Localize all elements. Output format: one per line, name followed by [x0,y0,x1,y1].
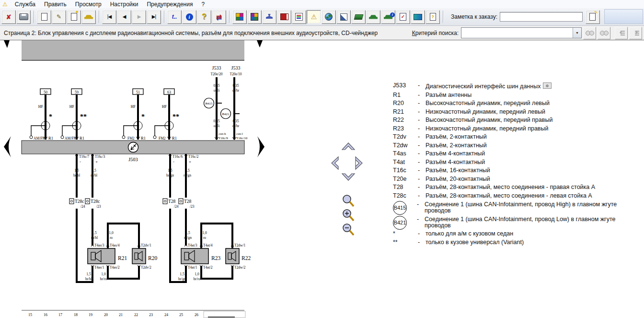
edit-note-button[interactable]: ✎ [586,10,600,24]
svg-text:1,5: 1,5 [185,168,190,173]
menu-service[interactable]: Служба [11,1,40,8]
legend-row: T28 - Разъём, 28-контактный, место соеди… [393,184,640,190]
toolbar-separator [99,11,100,23]
clipboard-check-icon: ✓ [400,13,406,21]
help-button[interactable]: ? [197,10,211,24]
legend-term: J533 [393,82,418,89]
find-next-button[interactable] [583,27,596,39]
svg-text:1,5: 1,5 [185,231,190,235]
legend-term: T2dw [393,142,418,149]
legend-row: R23 - Низкочастотный динамик, передний п… [393,126,640,132]
edit-document-button[interactable]: ✎ [52,10,66,24]
chevron-right-icon [356,157,362,169]
svg-text:T28: T28 [168,199,176,204]
pan-up-button[interactable] [340,140,356,153]
first-page-button[interactable]: |◀ [102,10,116,24]
graphics-button[interactable] [232,10,247,24]
window-grid-button[interactable] [247,10,262,24]
legend-dash: - [418,231,426,237]
component-bar [22,40,244,59]
region-select-button[interactable] [336,10,351,24]
menu-settings[interactable]: Настройки [106,1,143,8]
new-note-button[interactable]: ✷ [67,10,81,24]
svg-text:ro/gn: ro/gn [184,236,192,240]
menu-bar: ⚠ Служба Править Просмотр Настройки Пред… [0,0,644,8]
legend-dash: - [417,216,425,223]
svg-text:B421: B421 [222,112,230,116]
refresh-button[interactable]: ⇄ [212,10,226,24]
warnings-button[interactable]: ⚠ [307,10,321,24]
vehicle-button[interactable] [81,10,96,24]
info-button[interactable]: i [182,10,196,24]
legend-row: T2dv - Разъём, 2-контактный [393,134,640,140]
legend-desc: Соединение 1 (шина CAN-Infotainment, про… [425,216,632,229]
svg-text:*: * [49,113,52,120]
page-arrow-top-left [4,40,10,48]
next-page-icon: ▶ [138,14,141,19]
search-label: Критерий поиска: [412,30,459,36]
order-note-input[interactable] [500,12,583,22]
svg-text:T20e/20: T20e/20 [211,72,223,76]
car-icon [84,15,93,19]
toolbar: ✘ ✎ ✷ |◀ ◀ ▶ ▶| t.. i ? ⇄ ⚠ i ✓ ? Заметк… [0,8,644,26]
exit-button[interactable]: ✘ [1,10,16,24]
search-criteria-value[interactable] [461,28,573,38]
last-page-icon: ▶| [152,14,156,19]
zoom-reset-button[interactable] [341,194,356,210]
outline-right-button[interactable] [629,27,642,39]
wallet-button[interactable] [411,10,425,24]
legend-row: R20 - Высокочастотный динамик, передний … [393,100,640,106]
legend-dash: - [418,176,426,182]
checklist-button[interactable]: ✓ [396,10,410,24]
last-page-button[interactable]: ▶| [147,10,161,24]
legend-row: T20e - Разъём, 20-контактный [393,176,640,182]
previous-page-button[interactable]: ◀ [117,10,131,24]
doc-help-button[interactable]: ? [426,10,440,24]
dropdown-arrow-icon[interactable]: ▼ [573,28,581,38]
pan-left-button[interactable] [329,155,340,173]
search-criteria-combobox[interactable]: ▼ [461,27,582,38]
legend-desc: Разъём 4-контактный [426,159,485,165]
camera-icon[interactable] [543,82,552,89]
legend-dash: - [418,151,426,157]
menu-warnings[interactable]: Предупреждения [142,1,197,8]
document-area: J533 T20e/20 0,35 or/li B415 0,35 or/li … [0,40,644,318]
svg-text:/23: /23 [190,204,195,209]
page-title: Страница 2: Блок управления с дисплеем р… [4,30,378,36]
stamp-button[interactable] [262,10,276,24]
outline-left-button[interactable] [615,27,628,39]
svg-text:HF: HF [38,105,44,109]
pan-down-button[interactable] [340,172,356,185]
manual-button[interactable] [277,10,291,24]
vehicle-data-button[interactable] [366,10,380,24]
legend-desc: Разъём, 20-контактный [426,176,490,182]
menu-view[interactable]: Просмотр [71,1,106,8]
tweeter-box [132,248,146,264]
menu-edit[interactable]: Править [40,1,71,8]
svg-text:B415: B415 [205,102,213,106]
legend-desc: Разъём антенны [426,92,472,98]
menu-help[interactable]: ? [197,1,209,8]
find-previous-button[interactable] [598,27,610,39]
globe-button[interactable] [322,10,336,24]
legend-term: T28 [393,184,418,190]
print-button[interactable] [16,10,31,24]
component-button[interactable] [351,10,366,24]
new-document-button[interactable] [37,10,51,24]
legend-row: R21 - Низкочастотный динамик, передний л… [393,109,640,115]
zoom-out-button[interactable] [341,223,356,239]
zoom-in-button[interactable] [341,208,356,224]
svg-text:1,5: 1,5 [180,272,184,276]
vehicle-info-button[interactable]: i [381,10,395,24]
svg-text:R1: R1 [141,136,146,141]
list-arrow-left-icon [618,30,625,36]
first-page-icon: |◀ [107,14,111,19]
goto-button[interactable]: t.. [167,10,182,24]
legend-desc: Низкочастотный динамик, передний левый [426,109,545,115]
next-page-button[interactable]: ▶ [132,10,146,24]
svg-text:22: 22 [134,313,138,317]
svg-text:ro: ro [110,236,113,240]
tweeter-box [226,248,239,264]
list-button[interactable] [292,10,306,24]
pan-right-button[interactable] [354,155,365,173]
